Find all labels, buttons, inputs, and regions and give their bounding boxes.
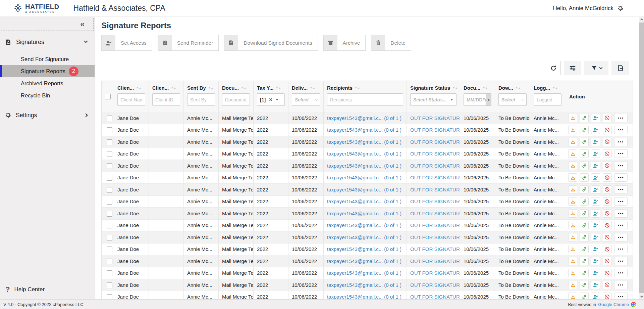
row-checkbox[interactable]	[107, 211, 112, 217]
recipient-count-link[interactable]: (0 of 1 )	[384, 294, 401, 299]
copy-link-button[interactable]	[580, 209, 589, 218]
manage-access-button[interactable]	[591, 221, 600, 229]
cancel-signature-button[interactable]	[603, 126, 612, 134]
download-document-button[interactable]	[568, 197, 577, 206]
account-gear-icon[interactable]	[617, 5, 624, 12]
cancel-signature-button[interactable]	[603, 185, 612, 194]
manage-access-button[interactable]	[591, 293, 600, 299]
download-document-button[interactable]	[568, 233, 577, 241]
row-checkbox[interactable]	[107, 247, 112, 252]
row-checkbox[interactable]	[107, 139, 112, 145]
recipient-count-link[interactable]: (0 of 1 )	[384, 139, 401, 145]
more-actions-button[interactable]	[614, 149, 628, 158]
manage-access-button[interactable]	[591, 257, 600, 265]
sort-icon[interactable]: ▼▲	[516, 87, 521, 89]
more-actions-button[interactable]	[614, 233, 628, 241]
recipient-count-link[interactable]: (0 of 1 )	[384, 258, 401, 264]
cancel-signature-button[interactable]	[603, 114, 612, 122]
recipient-email-link[interactable]: taxpayer1543@gmail.c...	[327, 258, 383, 264]
sort-icon[interactable]: ▼▲	[452, 87, 458, 89]
sidebar-item-signature-reports[interactable]: Signature Reports 2	[0, 65, 95, 77]
recipient-email-link[interactable]: taxpayer1543@gmail.c...	[327, 127, 383, 133]
cancel-signature-button[interactable]	[603, 221, 612, 229]
vertical-scrollbar[interactable]	[639, 17, 644, 299]
sort-icon[interactable]: ▼▲	[171, 87, 176, 89]
copy-link-button[interactable]	[580, 126, 589, 134]
more-actions-button[interactable]	[614, 269, 628, 277]
manage-access-button[interactable]	[591, 126, 600, 134]
more-actions-button[interactable]	[614, 293, 628, 299]
recipient-count-link[interactable]: (0 of 1 )	[384, 282, 401, 288]
more-actions-button[interactable]	[614, 114, 628, 122]
download-document-button[interactable]	[568, 185, 577, 194]
recipient-email-link[interactable]: taxpayer1543@gmail.c...	[327, 175, 383, 180]
select-all-checkbox[interactable]	[105, 94, 111, 99]
recipient-count-link[interactable]: (0 of 1 )	[384, 270, 401, 276]
recipient-count-link[interactable]: (0 of 1 )	[384, 198, 401, 204]
manage-access-button[interactable]	[591, 162, 600, 170]
manage-access-button[interactable]	[591, 233, 600, 241]
copy-link-button[interactable]	[580, 257, 589, 265]
copy-link-button[interactable]	[580, 221, 589, 229]
recipient-count-link[interactable]: (0 of 1 )	[384, 127, 401, 133]
download-document-button[interactable]	[568, 269, 577, 277]
sort-icon[interactable]: ▼▲	[483, 87, 488, 89]
scroll-up-arrow[interactable]	[639, 17, 644, 22]
delivered-filter-select[interactable]: Select	[292, 93, 320, 106]
logged-filter-input[interactable]	[534, 93, 561, 106]
recipient-count-link[interactable]: (0 of 1 )	[384, 187, 401, 192]
download-document-button[interactable]	[568, 173, 577, 182]
download-document-button[interactable]	[568, 221, 577, 229]
manage-access-button[interactable]	[591, 185, 600, 194]
download-document-button[interactable]	[568, 245, 577, 253]
sort-icon[interactable]: ▼▲	[208, 87, 214, 89]
cancel-signature-button[interactable]	[603, 173, 612, 182]
clear-filter-icon[interactable]: ×	[269, 97, 272, 102]
filter-button[interactable]	[584, 61, 608, 75]
recipient-count-link[interactable]: (0 of 1 )	[384, 151, 401, 157]
client-name-filter-input[interactable]	[117, 93, 145, 106]
cancel-signature-button[interactable]	[603, 138, 612, 146]
delete-button[interactable]: Delete	[371, 35, 411, 51]
send-reminder-button[interactable]: Send Reminder	[158, 35, 219, 51]
document-filter-input[interactable]	[222, 93, 250, 106]
recipient-count-link[interactable]: (0 of 1 )	[384, 234, 401, 240]
sort-icon[interactable]: ▼▲	[355, 87, 360, 89]
sidebar-item-archived-reports[interactable]: Archived Reports	[0, 77, 95, 89]
recipient-count-link[interactable]: (0 of 1 )	[384, 175, 401, 180]
recipient-email-link[interactable]: taxpayer1543@gmail.c...	[327, 198, 383, 204]
date-clear-button[interactable]: x	[486, 94, 491, 105]
google-chrome-link[interactable]: Google Chrome	[598, 302, 629, 307]
more-actions-button[interactable]	[614, 281, 628, 289]
download-document-button[interactable]	[568, 257, 577, 265]
manage-access-button[interactable]	[591, 209, 600, 218]
recipient-email-link[interactable]: taxpayer1543@gmail.c...	[327, 211, 383, 216]
recipient-email-link[interactable]: taxpayer1543@gmail.c...	[327, 139, 383, 145]
download-document-button[interactable]	[568, 114, 577, 122]
set-access-button[interactable]: Set Access	[101, 35, 152, 51]
copy-link-button[interactable]	[580, 162, 589, 170]
archive-button[interactable]: Archive	[323, 35, 366, 51]
row-checkbox[interactable]	[107, 282, 112, 288]
cancel-signature-button[interactable]	[603, 269, 612, 277]
sort-icon[interactable]: ▼▲	[310, 87, 315, 89]
manage-access-button[interactable]	[591, 281, 600, 289]
recipient-email-link[interactable]: taxpayer1543@gmail.c...	[327, 151, 383, 157]
row-checkbox[interactable]	[107, 187, 112, 193]
download-document-button[interactable]	[568, 149, 577, 158]
more-actions-button[interactable]	[614, 138, 628, 146]
sent-by-filter-input[interactable]	[187, 93, 215, 106]
copy-link-button[interactable]	[580, 149, 589, 158]
sidebar-group-signatures[interactable]: Signatures	[0, 35, 95, 49]
cancel-signature-button[interactable]	[603, 149, 612, 158]
row-checkbox[interactable]	[107, 259, 112, 264]
download-document-button[interactable]	[568, 126, 577, 134]
more-actions-button[interactable]	[614, 197, 628, 206]
recipient-email-link[interactable]: taxpayer1543@gmail.c...	[327, 246, 383, 252]
sort-icon[interactable]: ▼▲	[241, 87, 247, 89]
row-checkbox[interactable]	[107, 151, 112, 157]
manage-access-button[interactable]	[591, 149, 600, 158]
more-actions-button[interactable]	[614, 257, 628, 265]
row-checkbox[interactable]	[107, 294, 112, 299]
more-actions-button[interactable]	[614, 185, 628, 194]
